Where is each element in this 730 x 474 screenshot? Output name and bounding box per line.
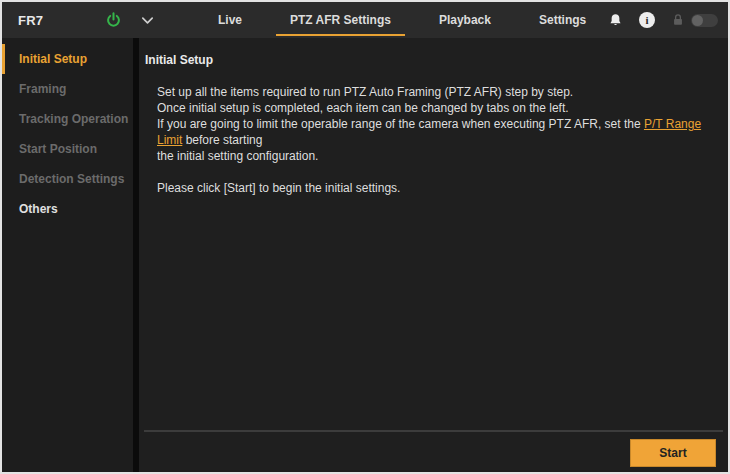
main-nav: Live PTZ AFR Settings Playback Settings <box>194 2 610 38</box>
device-name: FR7 <box>18 13 43 28</box>
start-button[interactable]: Start <box>630 439 716 467</box>
start-prompt: Please click [Start] to begin the initia… <box>157 180 728 196</box>
lock-control <box>671 13 718 27</box>
page-title: Initial Setup <box>145 53 728 67</box>
power-icon <box>105 12 122 29</box>
info-button[interactable]: i <box>639 12 655 28</box>
toggle-knob <box>692 15 703 26</box>
tab-playback[interactable]: Playback <box>415 2 515 38</box>
sidebar-item-others[interactable]: Others <box>2 194 133 224</box>
bell-icon <box>608 13 623 28</box>
sidebar-item-detection-settings: Detection Settings <box>2 164 133 194</box>
power-button[interactable] <box>105 12 122 29</box>
sidebar-item-initial-setup[interactable]: Initial Setup <box>2 44 133 74</box>
intro-line-2: Once initial setup is completed, each it… <box>157 100 728 116</box>
lock-toggle[interactable] <box>691 14 718 27</box>
intro-line-4: the initial setting configuration. <box>157 148 728 164</box>
sidebar-item-framing: Framing <box>2 74 133 104</box>
footer-divider <box>144 430 723 432</box>
sidebar-item-start-position: Start Position <box>2 134 133 164</box>
top-bar: FR7 Live PTZ AFR Settings Playback Setti… <box>2 2 728 38</box>
tab-ptz-afr-settings[interactable]: PTZ AFR Settings <box>266 2 415 38</box>
initial-setup-panel: Initial Setup Set up all the items requi… <box>139 38 728 472</box>
camera-menu-expander[interactable] <box>140 13 155 28</box>
intro-line-1: Set up all the items required to run PTZ… <box>157 84 728 100</box>
chevron-down-icon <box>140 13 155 28</box>
info-icon: i <box>639 12 655 28</box>
tab-settings[interactable]: Settings <box>515 2 610 38</box>
range-line-pre: If you are going to limit the operable r… <box>157 117 644 131</box>
app-window: FR7 Live PTZ AFR Settings Playback Setti… <box>0 0 730 474</box>
sidebar-item-tracking-operation: Tracking Operation <box>2 104 133 134</box>
intro-text: Set up all the items required to run PTZ… <box>157 84 728 164</box>
settings-sidebar: Initial Setup Framing Tracking Operation… <box>2 38 133 472</box>
lock-icon <box>671 13 685 27</box>
notifications-button[interactable] <box>608 13 623 28</box>
tab-live[interactable]: Live <box>194 2 266 38</box>
range-line-post: before starting <box>182 133 262 147</box>
header-icon-group: i <box>608 2 718 38</box>
intro-line-3: If you are going to limit the operable r… <box>157 116 728 148</box>
